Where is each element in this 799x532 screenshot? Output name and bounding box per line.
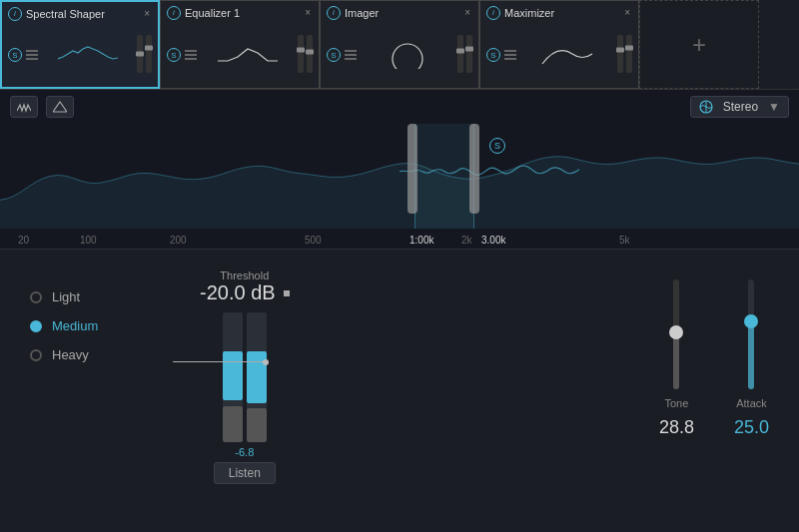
imager-s-badge: S	[327, 48, 341, 62]
radio-light	[30, 291, 42, 303]
max-lines	[504, 48, 516, 62]
attack-slider-handle[interactable]	[744, 314, 758, 328]
mode-heavy[interactable]: Heavy	[30, 347, 130, 362]
tone-slider-handle[interactable]	[669, 325, 683, 339]
meter-fill-left-dark	[223, 406, 243, 442]
tab-title: Spectral Shaper	[26, 8, 105, 20]
max-mini-fader-1	[617, 35, 623, 73]
imager-tab-header: i Imager ×	[327, 5, 472, 20]
max-icons: S	[486, 48, 516, 62]
eq-mini-fader-1	[298, 35, 304, 73]
tab-body: S	[8, 25, 152, 83]
threshold-dot	[284, 290, 290, 296]
spectrum-waveform	[0, 124, 799, 229]
add-plugin-button[interactable]: +	[639, 0, 759, 89]
attack-value: 25.0	[734, 417, 769, 438]
freq-label-100: 100	[80, 235, 97, 246]
max-info-icon: i	[486, 6, 500, 20]
threshold-label: Threshold	[220, 269, 269, 281]
imager-tab-title-group: i Imager	[327, 6, 379, 20]
threshold-value: -20.0 dB	[200, 281, 276, 304]
range-handle-left[interactable]	[407, 124, 417, 214]
eq-tab-title-group: i Equalizer 1	[167, 6, 240, 20]
meter-fill-right-dark	[247, 408, 267, 442]
eq-tab-header: i Equalizer 1 ×	[167, 5, 313, 20]
tab-header: i Spectral Shaper ×	[8, 6, 152, 21]
eq-tab-body: S	[167, 24, 313, 84]
s-badge: S	[8, 48, 22, 62]
eq-thumb	[197, 34, 298, 74]
eq-lines-icon	[185, 48, 197, 62]
attack-label: Attack	[736, 397, 767, 409]
mode-light[interactable]: Light	[30, 289, 130, 304]
tone-slider-track[interactable]	[673, 279, 679, 389]
tone-label: Tone	[665, 397, 689, 409]
meter-bar-left	[223, 312, 243, 442]
threshold-handle[interactable]	[263, 359, 269, 365]
tab-imager[interactable]: i Imager × S	[320, 0, 479, 89]
imager-info-icon: i	[327, 6, 341, 20]
mode-light-label: Light	[52, 289, 80, 304]
sliders-section: Tone 28.8 Attack 25.0	[659, 279, 769, 439]
listen-button[interactable]: Listen	[214, 462, 276, 484]
max-s-badge: S	[486, 48, 500, 62]
attack-slider-track[interactable]	[748, 279, 754, 389]
tab-title-group: i Spectral Shaper	[8, 7, 105, 21]
range-handle-right[interactable]	[469, 124, 479, 214]
plugin-tabs-row: i Spectral Shaper × S	[0, 0, 799, 90]
eq-info-icon: i	[167, 6, 181, 20]
mode-heavy-label: Heavy	[52, 347, 89, 362]
meter-fill-left-cyan	[223, 351, 243, 400]
imager-close-icon[interactable]: ×	[462, 5, 472, 20]
stereo-select[interactable]: Stereo ▼	[690, 96, 789, 118]
imager-tab-body: S	[327, 24, 472, 84]
attack-slider-section: Attack 25.0	[734, 279, 769, 439]
imager-thumb	[357, 34, 457, 74]
eq-s-badge: S	[167, 48, 181, 62]
max-tab-header: i Maximizer ×	[486, 5, 632, 20]
eq-tab-icons: S	[167, 48, 197, 62]
add-icon: +	[692, 31, 706, 59]
mini-fader-1	[137, 35, 143, 73]
mode-section: Light Medium Heavy	[30, 289, 130, 362]
freq-label-1k: 1:00k	[409, 235, 433, 246]
eq-mini-fader-2	[307, 35, 313, 73]
imager-icons: S	[327, 48, 357, 62]
mode-medium[interactable]: Medium	[30, 318, 130, 333]
info-icon: i	[8, 7, 22, 21]
spectrum-analyzer: Stereo ▼ S 20 100 200 500 1:00k 2k 3.00k…	[0, 90, 799, 250]
bottom-controls: Light Medium Heavy Threshold -20.0 dB	[0, 250, 799, 532]
freq-label-20: 20	[18, 235, 29, 246]
max-faders	[617, 34, 632, 74]
radio-medium	[30, 320, 42, 332]
tab-spectral-shaper[interactable]: i Spectral Shaper × S	[0, 0, 160, 89]
freq-label-5k: 5k	[619, 235, 630, 246]
tab-equalizer[interactable]: i Equalizer 1 × S	[160, 0, 320, 89]
max-thumb	[516, 34, 617, 74]
meter-container	[223, 312, 267, 442]
max-mini-fader-2	[626, 35, 632, 73]
close-icon[interactable]: ×	[142, 6, 152, 21]
stereo-label: Stereo	[723, 100, 758, 114]
tri-view-button[interactable]	[46, 96, 74, 118]
imager-faders	[457, 34, 472, 74]
freq-label-200: 200	[170, 235, 187, 246]
lines-icon	[26, 48, 38, 62]
max-tab-body: S	[486, 24, 632, 84]
eq-faders	[298, 34, 313, 74]
wave-view-button[interactable]	[10, 96, 38, 118]
spectral-thumb	[38, 34, 137, 74]
tab-maximizer[interactable]: i Maximizer × S	[479, 0, 639, 89]
mini-fader-2	[146, 35, 152, 73]
max-close-icon[interactable]: ×	[622, 5, 632, 20]
threshold-indicator-line	[173, 361, 269, 362]
freq-label-2k: 2k	[461, 235, 472, 246]
imager-mini-fader-1	[457, 35, 463, 73]
threshold-section: Threshold -20.0 dB	[200, 269, 290, 484]
tab-icons: S	[8, 48, 38, 62]
freq-range-selection	[414, 124, 474, 229]
max-tab-title-group: i Maximizer	[486, 6, 554, 20]
radio-heavy	[30, 349, 42, 361]
eq-close-icon[interactable]: ×	[303, 5, 313, 20]
meter-bar-right	[247, 312, 267, 442]
